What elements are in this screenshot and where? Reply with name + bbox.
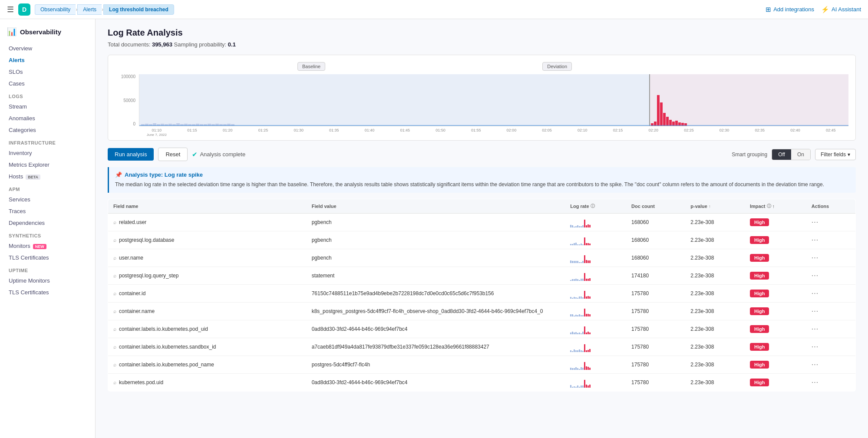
row-actions-button[interactable]: ··· <box>812 236 818 244</box>
field-value-cell: pgbench <box>307 231 565 249</box>
sidebar-item-alerts[interactable]: Alerts <box>0 54 95 66</box>
actions-cell: ··· <box>806 267 856 285</box>
sidebar-item-monitors[interactable]: MonitorsNEW <box>0 240 95 252</box>
doc-count-cell: 175780 <box>626 285 685 303</box>
monitors-new-badge: NEW <box>33 244 46 249</box>
sidebar-item-tls-uptime[interactable]: TLS Certificates <box>0 287 95 298</box>
sidebar-item-slos[interactable]: SLOs <box>0 66 95 78</box>
sidebar-item-anomalies[interactable]: Anomalies <box>0 112 95 124</box>
field-value-cell: 0ad8dd30-3fd2-4644-b46c-969c94ef7bc4 <box>307 374 565 392</box>
filter-fields-button[interactable]: Filter fields ▾ <box>815 149 856 160</box>
th-doc-count: Doc count <box>626 199 685 214</box>
row-actions-button[interactable]: ··· <box>812 272 818 280</box>
sidebar-item-cases[interactable]: Cases <box>0 78 95 89</box>
sidebar-item-metrics-explorer[interactable]: Metrics Explorer <box>0 159 95 171</box>
reset-button[interactable]: Reset <box>158 148 188 161</box>
p-value-cell: 2.23e-308 <box>685 320 745 338</box>
main-content: Log Rate Analysis Total documents: 395,9… <box>96 19 868 438</box>
table-row: ⌕postgresql.log.databasepgbench1680602.2… <box>108 231 856 249</box>
ai-assistant-button[interactable]: ⚡ AI Assistant <box>821 6 861 13</box>
doc-count-cell: 168060 <box>626 214 685 231</box>
run-analysis-button[interactable]: Run analysis <box>108 148 154 161</box>
th-impact: Impact ⓘ ↑ <box>745 199 806 214</box>
field-name-text: related.user <box>119 219 146 225</box>
field-name-cell: ⌕container.name <box>113 308 301 314</box>
mini-log-rate-chart <box>570 359 621 370</box>
actions-cell: ··· <box>806 285 856 303</box>
sidebar-item-tls-synthetics[interactable]: TLS Certificates <box>0 252 95 263</box>
sidebar-item-inventory[interactable]: Inventory <box>0 147 95 159</box>
mini-log-rate-chart <box>570 342 621 352</box>
breadcrumb-alerts[interactable]: Alerts <box>77 4 102 15</box>
impact-cell: High <box>745 356 806 374</box>
row-actions-button[interactable]: ··· <box>812 361 818 369</box>
row-actions-button[interactable]: ··· <box>812 290 818 297</box>
breadcrumb-current[interactable]: Log threshold breached <box>103 4 174 15</box>
row-actions-button[interactable]: ··· <box>812 325 818 333</box>
impact-badge: High <box>750 343 769 351</box>
field-type-icon: ⌕ <box>113 290 116 296</box>
hosts-beta-badge: BETA <box>26 175 40 180</box>
row-actions-button[interactable]: ··· <box>812 343 818 351</box>
impact-cell: High <box>745 303 806 320</box>
field-value-cell: k8s_postgres_postgres-5dc4ff9cf7-flc4h_o… <box>307 303 565 320</box>
impact-cell: High <box>745 285 806 303</box>
chart-main <box>139 74 848 126</box>
sort-up-icon: ↑ <box>709 204 711 209</box>
deviation-bars <box>650 74 848 126</box>
section-infrastructure: Infrastructure <box>0 136 95 147</box>
analysis-info-box: 📌 Analysis type: Log rate spike The medi… <box>108 167 856 193</box>
chart-area: 100000 50000 0 <box>115 74 848 126</box>
actions-cell: ··· <box>806 214 856 231</box>
field-type-icon: ⌕ <box>113 362 116 368</box>
sidebar-item-dependencies[interactable]: Dependencies <box>0 217 95 229</box>
sidebar-item-traces[interactable]: Traces <box>0 205 95 217</box>
field-name-text: kubernetes.pod.uid <box>119 379 163 385</box>
chart-xaxis: 01:10June 7, 2022 01:15 01:20 01:25 01:3… <box>139 126 848 137</box>
log-rate-cell <box>565 231 626 249</box>
impact-cell: High <box>745 320 806 338</box>
row-actions-button[interactable]: ··· <box>812 379 818 386</box>
mini-log-rate-chart <box>570 270 621 281</box>
page-title: Log Rate Analysis <box>108 28 856 38</box>
sidebar-item-hosts[interactable]: HostsBETA <box>0 171 95 182</box>
row-actions-button[interactable]: ··· <box>812 254 818 262</box>
add-integrations-button[interactable]: ⊞ Add integrations <box>766 6 814 13</box>
field-name-text: container.name <box>119 308 155 314</box>
toggle-off-button[interactable]: Off <box>772 149 791 160</box>
breadcrumb-observability[interactable]: Observability <box>35 4 76 15</box>
row-actions-button[interactable]: ··· <box>812 218 818 226</box>
sidebar-item-overview[interactable]: Overview <box>0 43 95 54</box>
impact-badge: High <box>750 361 769 369</box>
sidebar-item-stream[interactable]: Stream <box>0 101 95 112</box>
baseline-label: Baseline <box>297 62 325 71</box>
row-actions-button[interactable]: ··· <box>812 307 818 315</box>
sidebar-item-uptime-monitors[interactable]: Uptime Monitors <box>0 275 95 287</box>
log-rate-cell <box>565 303 626 320</box>
section-logs: Logs <box>0 89 95 101</box>
log-rate-cell <box>565 285 626 303</box>
field-name-text: container.labels.io.kubernetes.pod_name <box>119 362 214 368</box>
field-name-text: postgresql.log.query_step <box>119 273 178 279</box>
log-rate-cell <box>565 320 626 338</box>
impact-cell: High <box>745 231 806 249</box>
main-layout: 📊 Observability Overview Alerts SLOs Cas… <box>0 19 868 438</box>
impact-info-icon: ⓘ <box>767 203 771 209</box>
field-name-cell: ⌕postgresql.log.database <box>113 237 301 243</box>
table-row: ⌕user.namepgbench1680602.23e-308High··· <box>108 249 856 267</box>
impact-sort-icon: ↑ <box>772 204 775 209</box>
sidebar-item-services[interactable]: Services <box>0 194 95 205</box>
field-name-cell: ⌕kubernetes.pod.uid <box>113 379 301 385</box>
field-name-cell: ⌕container.labels.io.kubernetes.pod_name <box>113 362 301 368</box>
field-type-icon: ⌕ <box>113 326 116 332</box>
deviation-label: Deviation <box>542 62 572 71</box>
field-name-cell: ⌕postgresql.log.query_step <box>113 273 301 279</box>
toggle-on-button[interactable]: On <box>791 149 810 160</box>
impact-badge: High <box>750 254 769 262</box>
menu-icon[interactable]: ☰ <box>7 5 14 14</box>
sidebar-item-categories[interactable]: Categories <box>0 124 95 136</box>
field-name-text: postgresql.log.database <box>119 237 174 243</box>
field-value-cell: pgbench <box>307 214 565 231</box>
p-value-cell: 2.23e-308 <box>685 303 745 320</box>
table-body: ⌕related.userpgbench1680602.23e-308High·… <box>108 214 856 392</box>
